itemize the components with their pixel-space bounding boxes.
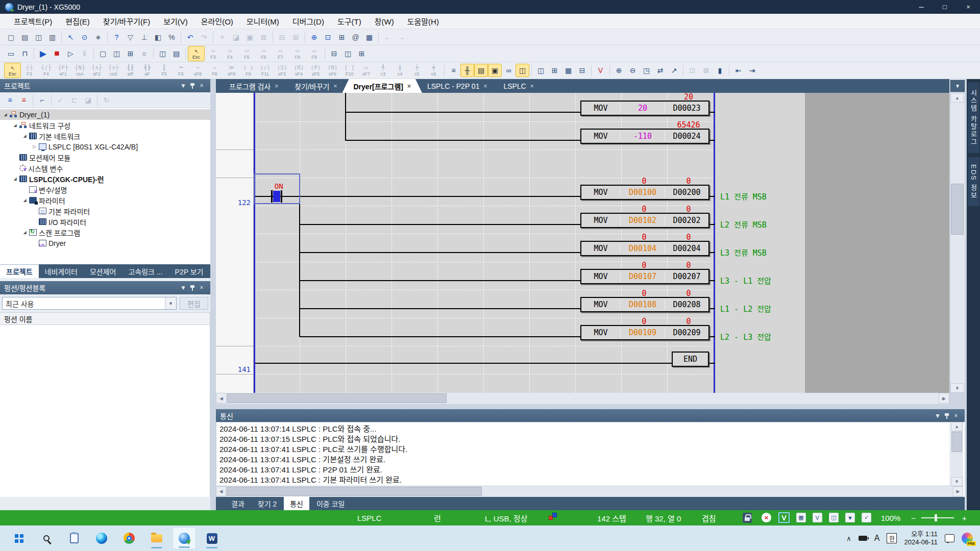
scroll-thumb[interactable] (951, 184, 964, 235)
panel-menu-icon[interactable]: ▼ (179, 81, 188, 90)
scroll-left-icon[interactable]: ◀ (216, 393, 227, 404)
open-project-button[interactable]: ▤ (18, 31, 32, 44)
device-link-button[interactable]: @ (349, 31, 362, 44)
scroll-left-icon[interactable]: ◀ (216, 486, 226, 496)
snipping-app-button[interactable] (62, 527, 86, 549)
compare-tool-button[interactable]: ◪ (81, 93, 95, 107)
minimize-button[interactable]: ─ (910, 0, 933, 14)
zoom-in-button[interactable]: + (962, 510, 967, 525)
check-option1-button[interactable]: ⊡ (685, 64, 699, 77)
language-indicator[interactable]: A (874, 534, 880, 543)
tree-item-Dryer_(1)[interactable]: ◢Dryer_(1) (0, 109, 210, 120)
scroll-thumb[interactable] (227, 393, 447, 403)
redo-button[interactable]: ↷ (197, 31, 211, 44)
connector-button[interactable]: →sF8 (189, 63, 206, 78)
output-tab-이중 코일[interactable]: 이중 코일 (310, 497, 351, 510)
panel-tab-고속링크 ...[interactable]: 고속링크 ... (122, 264, 168, 278)
line-v-button[interactable]: ┃F5 (156, 63, 173, 78)
ladder-vertical-scrollbar[interactable]: ▲ ▼ (950, 93, 965, 393)
monitor-start-button[interactable]: ▢ (96, 47, 110, 60)
contact-c4-button[interactable]: ╁c4 (391, 63, 408, 78)
mov-instruction-box[interactable]: MOVD00100D00200 (580, 185, 709, 200)
grid-view-button[interactable]: ⊞ (335, 31, 349, 44)
log-vertical-scrollbar[interactable]: ▲ ▼ (951, 422, 963, 486)
output-tab-결과[interactable]: 결과 (225, 497, 251, 510)
ladder-horizontal-scrollbar[interactable]: ◀ ▶ (216, 393, 949, 404)
chip-icon[interactable]: ▦ (796, 513, 806, 522)
f9-tool-button[interactable]: ▭F9 (306, 46, 323, 61)
f8-tool-button[interactable]: ▭F8 (289, 46, 306, 61)
options-gear-button[interactable]: ∗ (91, 31, 105, 44)
scroll-thumb[interactable] (227, 487, 482, 496)
pause-run-button[interactable]: ‖ (78, 47, 91, 60)
expander-open-icon[interactable]: ◢ (12, 177, 18, 181)
contact-p-button[interactable]: ┤P├sF1 (55, 63, 71, 78)
step-run-button[interactable]: ▷ (64, 47, 78, 60)
edit-button[interactable]: 편집 (180, 297, 208, 310)
split-v-button[interactable]: ◫ (341, 47, 355, 60)
doc-tab-LSPLC[interactable]: LSPLC× (492, 79, 545, 93)
coil-p-button[interactable]: (P)sF5 (307, 63, 324, 78)
tree-item-Dryer[interactable]: Dryer (0, 238, 210, 248)
tab-close-icon[interactable]: × (483, 83, 487, 90)
tab-close-icon[interactable]: × (275, 83, 278, 90)
panel-tab-프로젝트[interactable]: 프로젝트 (0, 264, 39, 278)
contact-c6-button[interactable]: ┿c6 (425, 63, 442, 78)
wrench-tool-button[interactable]: ⌐ (35, 93, 49, 107)
pin-icon[interactable] (188, 283, 197, 292)
chrome-button[interactable] (117, 527, 141, 549)
panel-tab-P2P 보기[interactable]: P2P 보기 (169, 264, 210, 278)
function-filter-combo[interactable]: 최근 사용 ▼ (2, 297, 177, 310)
tree-item-변수/설명[interactable]: 변수/설명 (0, 184, 210, 195)
toolbox-button[interactable]: ⊓ (18, 47, 32, 60)
stop-plc-button[interactable]: ■ (50, 47, 64, 60)
maximize-button[interactable]: □ (933, 0, 957, 14)
contact-nc-button[interactable]: ┤/├F4 (38, 63, 55, 78)
monitor-window-button[interactable]: ◫ (110, 47, 124, 60)
program-window-button[interactable]: ▭ (4, 47, 18, 60)
tab-eds-info[interactable]: EDS 정보 (968, 157, 979, 206)
scroll-right-icon[interactable]: ▶ (953, 486, 963, 496)
doc-tab-Dryer[프로그램][interactable]: Dryer[프로그램]× (342, 79, 422, 93)
variable-mode-icon[interactable]: V (778, 512, 790, 523)
branch-r-button[interactable]: ┨┠aR (122, 63, 139, 78)
chevron-down-icon[interactable]: ▼ (165, 297, 176, 309)
pin-icon[interactable] (188, 81, 197, 90)
zoom-in-button[interactable]: ⊕ (307, 31, 321, 44)
tree-item-시스템 변수[interactable]: 시스템 변수 (0, 163, 210, 173)
output-tab-통신[interactable]: 통신 (284, 497, 309, 510)
check-view-button[interactable]: ▣ (488, 64, 502, 77)
close-button[interactable]: × (957, 0, 980, 14)
esc-arrow-button[interactable]: ↖Esc (4, 63, 21, 78)
zoom-plus-button[interactable]: ⊕ (612, 64, 626, 77)
contact-c5-button[interactable]: ┾c5 (408, 63, 425, 78)
expander-open-icon[interactable]: ◢ (12, 123, 18, 128)
simulator-button[interactable]: ▽ (124, 31, 137, 44)
mov-instruction-box[interactable]: MOVD00109D00209 (580, 325, 709, 340)
split-grid-button[interactable]: ⊞ (355, 47, 369, 60)
copilot-icon[interactable]: PRE (962, 533, 973, 544)
expander-closed-icon[interactable]: ▷ (31, 144, 38, 149)
ime-korean-indicator[interactable]: 한 (887, 533, 897, 543)
tree-item-기본 네트워크[interactable]: ◢기본 네트워크 (0, 131, 210, 141)
device-view-icon[interactable]: V (813, 513, 822, 522)
new-project-button[interactable]: ▢ (4, 31, 18, 44)
close-icon[interactable]: × (197, 81, 206, 90)
zoom-area-button[interactable]: ⊡ (321, 31, 335, 44)
scroll-up-icon[interactable]: ▲ (950, 93, 964, 103)
time-monitor-button[interactable]: ○ (137, 47, 151, 60)
esc-tool-button[interactable]: ↖Esc (188, 46, 205, 61)
cut-button[interactable]: × (215, 31, 229, 44)
monitor-stop-tool-button[interactable]: ≡ (17, 93, 31, 107)
device-monitor-button[interactable]: ⊞ (124, 47, 137, 60)
menu-찾기/바꾸기(F)[interactable]: 찾기/바꾸기(F) (96, 14, 157, 29)
list-view-button[interactable]: ≡ (447, 64, 460, 77)
insert-mode-button[interactable]: ⊟ (275, 31, 289, 44)
applied-instr-button[interactable]: [ ]F10 (341, 63, 358, 78)
menu-도움말(H)[interactable]: 도움말(H) (401, 14, 446, 29)
tree-item-기본 파라미터[interactable]: 기본 파라미터 (0, 206, 210, 216)
zoom-out-button[interactable]: − (911, 510, 916, 525)
navigate-forward-button[interactable]: → (395, 31, 408, 44)
expander-open-icon[interactable]: ◢ (2, 112, 9, 117)
expand-window-button[interactable]: ↗ (667, 64, 681, 77)
